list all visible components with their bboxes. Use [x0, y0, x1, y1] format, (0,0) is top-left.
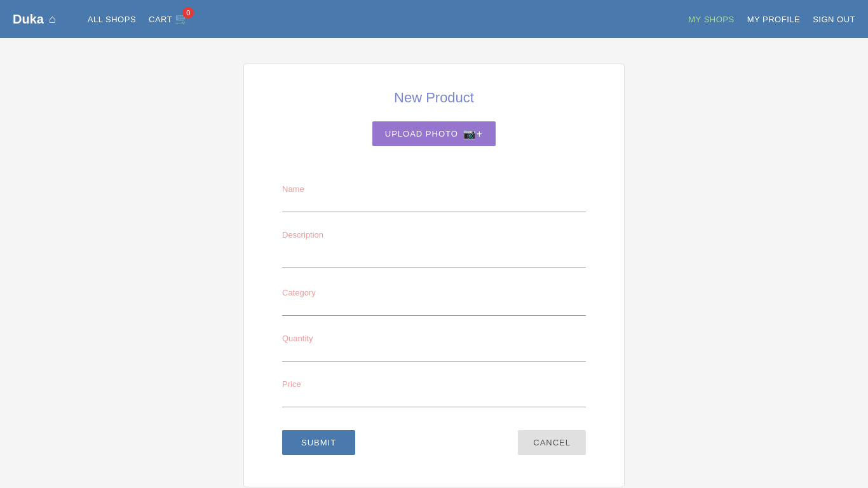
cancel-button[interactable]: CANCEL [518, 430, 586, 455]
description-label: Description [282, 230, 586, 240]
navbar: Duka ⌂ ALL SHOPS CART 🛒 0 MY SHOPS MY PR… [0, 0, 868, 38]
upload-photo-button[interactable]: UPLOAD PHOTO 📷+ [372, 121, 496, 146]
nav-my-profile[interactable]: MY PROFILE [747, 15, 801, 24]
nav-cart-label[interactable]: CART [149, 15, 172, 24]
description-field-container: Description [282, 230, 586, 270]
nav-all-shops[interactable]: ALL SHOPS [88, 15, 136, 24]
form-actions: SUBMIT CANCEL [282, 430, 586, 455]
price-input[interactable] [282, 391, 586, 407]
navbar-left: Duka ⌂ ALL SHOPS CART 🛒 0 [13, 12, 189, 27]
price-label: Price [282, 379, 586, 389]
category-field-container: Category [282, 288, 586, 316]
brand[interactable]: Duka ⌂ [13, 12, 56, 27]
home-icon[interactable]: ⌂ [49, 13, 56, 26]
photo-add-icon: 📷+ [463, 128, 483, 140]
quantity-field-container: Quantity [282, 334, 586, 362]
category-input[interactable] [282, 300, 586, 316]
main-content: New Product UPLOAD PHOTO 📷+ Name Descrip… [0, 38, 868, 488]
cart-badge: 0 [182, 7, 194, 18]
navbar-right: MY SHOPS MY PROFILE SIGN OUT [688, 15, 855, 24]
new-product-form: Name Description Category Quantity Price [282, 184, 586, 455]
price-field-container: Price [282, 379, 586, 407]
submit-button[interactable]: SUBMIT [282, 430, 355, 455]
nav-sign-out[interactable]: SIGN OUT [813, 15, 855, 24]
description-input[interactable] [282, 242, 586, 268]
name-label: Name [282, 184, 586, 194]
page-title: New Product [282, 90, 586, 106]
name-input[interactable] [282, 196, 586, 212]
name-field-container: Name [282, 184, 586, 212]
form-card: New Product UPLOAD PHOTO 📷+ Name Descrip… [243, 64, 625, 487]
upload-label: UPLOAD PHOTO [385, 129, 458, 139]
nav-my-shops[interactable]: MY SHOPS [688, 15, 734, 24]
category-label: Category [282, 288, 586, 297]
cart-container[interactable]: CART 🛒 0 [149, 12, 189, 26]
upload-btn-wrapper: UPLOAD PHOTO 📷+ [282, 121, 586, 165]
quantity-label: Quantity [282, 334, 586, 343]
quantity-input[interactable] [282, 346, 586, 362]
brand-name: Duka [13, 12, 44, 27]
